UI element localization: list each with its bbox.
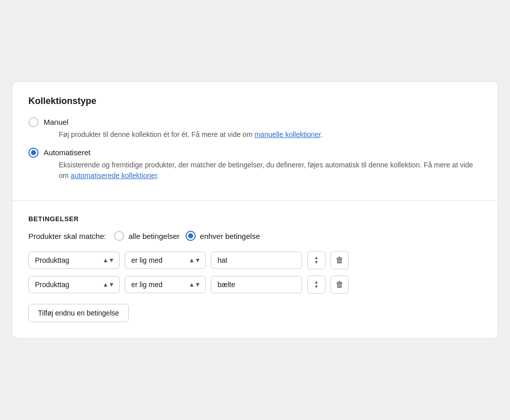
alle-label: alle betingelser (128, 232, 179, 240)
manuel-label: Manuel (44, 117, 323, 127)
trash-icon-2: 🗑 (336, 280, 344, 289)
delete-button-1[interactable]: 🗑 (331, 251, 349, 269)
automatiseret-radio[interactable] (28, 148, 39, 158)
manuel-description: Føj produkter til denne kollektion ét fo… (59, 129, 323, 140)
automatiseret-description: Eksisterende og fremtidige produkter, de… (59, 160, 482, 181)
alle-betingelser-option[interactable]: alle betingelser (114, 231, 179, 241)
stepper-button-1[interactable]: ▲ ▼ (307, 251, 325, 269)
trash-icon-1: 🗑 (336, 256, 344, 265)
enhver-label: enhver betingelse (200, 232, 260, 240)
value-input-1[interactable] (211, 252, 302, 269)
manuel-option[interactable]: Manuel Føj produkter til denne kollektio… (28, 117, 482, 140)
add-condition-button[interactable]: Tilføj endnu en betingelse (28, 304, 129, 322)
match-label: Produkter skal matche: (28, 232, 106, 240)
enhver-betingelse-option[interactable]: enhver betingelse (186, 231, 260, 241)
main-card: Kollektionstype Manuel Føj produkter til… (12, 81, 498, 339)
condition-select-wrapper-2: er lig med er ikke lig med indeholder in… (125, 276, 206, 293)
stepper-inner-2: ▲ ▼ (314, 280, 319, 289)
automatiseret-option[interactable]: Automatiseret Eksisterende og fremtidige… (28, 147, 482, 181)
enhver-radio[interactable] (186, 231, 196, 241)
condition-select-2[interactable]: er lig med er ikke lig med indeholder in… (125, 276, 206, 293)
condition-row-1: Produkttag Produkttype Produktleverandør… (28, 251, 482, 269)
delete-button-2[interactable]: 🗑 (331, 275, 349, 294)
section-title: Kollektionstype (28, 96, 482, 107)
manuel-radio[interactable] (28, 117, 39, 127)
automatiserede-link[interactable]: automatiserede kollektioner (70, 171, 157, 180)
automatiseret-label: Automatiseret (44, 147, 482, 158)
stepper-inner-1: ▲ ▼ (314, 256, 319, 265)
manuel-link[interactable]: manuelle kollektioner (254, 130, 321, 138)
stepper-button-2[interactable]: ▲ ▼ (307, 275, 325, 294)
match-row: Produkter skal matche: alle betingelser … (28, 231, 482, 241)
value-input-2[interactable] (211, 276, 302, 293)
field-select-2[interactable]: Produkttag Produkttype Produktleverandør… (28, 276, 120, 293)
field-select-1[interactable]: Produkttag Produkttype Produktleverandør… (28, 252, 120, 269)
condition-row-2: Produkttag Produkttype Produktleverandør… (28, 275, 482, 294)
betingelser-section: BETINGELSER Produkter skal matche: alle … (12, 201, 498, 338)
field-select-wrapper-1: Produkttag Produkttype Produktleverandør… (28, 252, 120, 269)
stepper-down-arrow-2: ▼ (314, 285, 319, 289)
stepper-down-arrow-1: ▼ (314, 260, 319, 265)
condition-select-wrapper-1: er lig med er ikke lig med indeholder in… (125, 252, 206, 269)
field-select-wrapper-2: Produkttag Produkttype Produktleverandør… (28, 276, 120, 293)
betingelser-title: BETINGELSER (28, 215, 482, 223)
condition-select-1[interactable]: er lig med er ikke lig med indeholder in… (125, 252, 206, 269)
alle-radio[interactable] (114, 231, 124, 241)
kollektionstype-section: Kollektionstype Manuel Føj produkter til… (12, 82, 498, 201)
